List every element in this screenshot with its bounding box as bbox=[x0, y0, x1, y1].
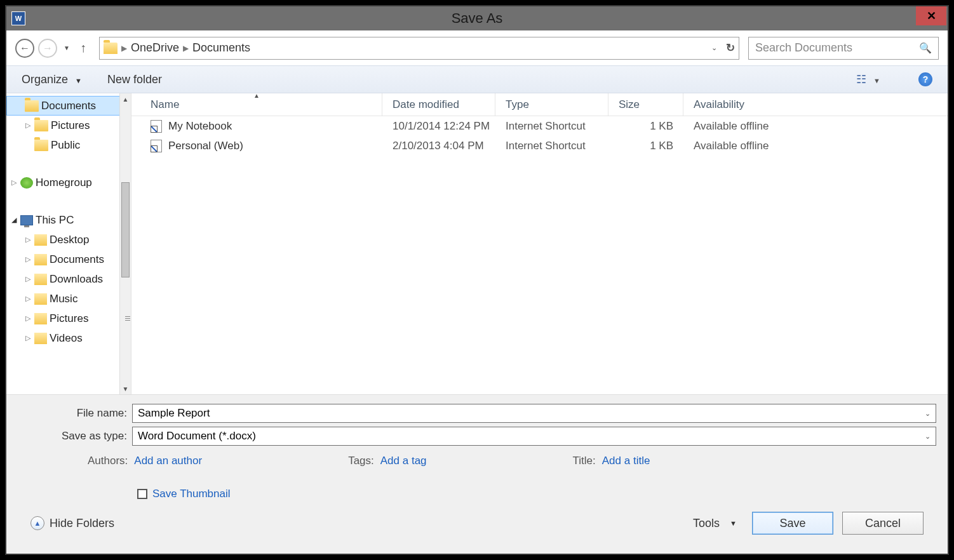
expand-icon[interactable]: ▷ bbox=[24, 255, 32, 263]
tree-item-music[interactable]: ▷ Music bbox=[6, 289, 131, 309]
filename-input[interactable]: Sample Report ⌄ bbox=[132, 404, 936, 423]
cancel-button[interactable]: Cancel bbox=[842, 512, 924, 535]
expand-icon[interactable]: ▷ bbox=[24, 295, 32, 303]
music-icon bbox=[34, 293, 47, 305]
search-input[interactable]: Search Documents 🔍 bbox=[748, 37, 939, 60]
file-list-pane: Name ▲ Date modified Type Size Availabil… bbox=[131, 93, 948, 394]
view-button[interactable]: ☷ ▼ bbox=[856, 72, 880, 86]
tree-label: Documents bbox=[41, 100, 96, 112]
file-availability: Available offline bbox=[683, 120, 948, 133]
column-header-name[interactable]: Name ▲ bbox=[131, 93, 382, 116]
hide-folders-button[interactable]: ▲ Hide Folders bbox=[30, 516, 114, 530]
pc-icon bbox=[20, 215, 33, 225]
tree-item-desktop[interactable]: ▷ Desktop bbox=[6, 230, 131, 250]
expand-icon[interactable]: ▷ bbox=[24, 314, 32, 323]
forward-button[interactable]: → bbox=[38, 39, 57, 58]
add-title-link[interactable]: Add a title bbox=[602, 455, 650, 467]
save-thumbnail-checkbox[interactable] bbox=[137, 489, 147, 499]
expand-icon[interactable]: ▷ bbox=[24, 275, 32, 283]
file-rows: My Notebook 10/1/2014 12:24 PM Internet … bbox=[131, 116, 948, 394]
expand-icon[interactable]: ▷ bbox=[10, 178, 18, 187]
titlebar: W Save As ✕ bbox=[6, 6, 948, 30]
expand-icon[interactable]: ▷ bbox=[24, 334, 32, 342]
chevron-down-icon[interactable]: ⌄ bbox=[925, 410, 930, 418]
tree-item-this-pc[interactable]: ◢ This PC bbox=[6, 210, 131, 230]
tree-label: Desktop bbox=[50, 234, 89, 246]
scroll-up-icon[interactable]: ▲ bbox=[120, 93, 131, 105]
documents-icon bbox=[34, 254, 47, 265]
help-button[interactable]: ? bbox=[918, 72, 932, 86]
breadcrumb-item[interactable]: OneDrive bbox=[131, 41, 179, 55]
tree-label: Videos bbox=[50, 332, 83, 345]
folder-icon bbox=[25, 100, 39, 112]
tree-item-homegroup[interactable]: ▷ Homegroup bbox=[6, 173, 131, 192]
chevron-right-icon: ▶ bbox=[121, 44, 127, 53]
tree-item-documents-pc[interactable]: ▷ Documents bbox=[6, 250, 131, 269]
column-header-size[interactable]: Size bbox=[608, 93, 683, 116]
tree-item-public[interactable]: Public bbox=[6, 135, 131, 155]
file-type: Internet Shortcut bbox=[495, 120, 608, 133]
tree-label: Documents bbox=[50, 253, 104, 266]
column-header-type[interactable]: Type bbox=[495, 93, 608, 116]
add-author-link[interactable]: Add an author bbox=[134, 455, 202, 467]
file-row[interactable]: My Notebook 10/1/2014 12:24 PM Internet … bbox=[131, 116, 948, 136]
history-dropdown[interactable]: ▼ bbox=[64, 44, 70, 51]
up-button[interactable]: ↑ bbox=[80, 41, 86, 55]
address-bar[interactable]: ▶ OneDrive ▶ Documents ⌄ ↻ bbox=[99, 37, 739, 60]
back-button[interactable]: ← bbox=[15, 39, 34, 58]
close-button[interactable]: ✕ bbox=[916, 6, 946, 25]
tree-label: Downloads bbox=[50, 273, 103, 286]
expand-icon[interactable]: ▷ bbox=[24, 236, 32, 244]
column-header-date[interactable]: Date modified bbox=[382, 93, 495, 116]
dialog-footer: ▲ Hide Folders Tools ▼ Save Cancel bbox=[18, 500, 936, 546]
tools-button[interactable]: Tools ▼ bbox=[687, 514, 743, 533]
scroll-down-icon[interactable]: ▼ bbox=[120, 383, 131, 394]
chevron-up-icon: ▲ bbox=[30, 516, 44, 530]
chevron-down-icon: ▼ bbox=[873, 77, 880, 84]
homegroup-icon bbox=[20, 177, 33, 189]
tree-label: Pictures bbox=[51, 119, 90, 132]
file-name: My Notebook bbox=[168, 120, 232, 133]
title-label: Title: bbox=[573, 455, 596, 467]
filename-label: File name: bbox=[18, 407, 132, 420]
add-tag-link[interactable]: Add a tag bbox=[380, 455, 427, 467]
tree-item-videos[interactable]: ▷ Videos bbox=[6, 328, 131, 348]
save-as-dialog: W Save As ✕ ← → ▼ ↑ ▶ OneDrive ▶ Documen… bbox=[5, 5, 949, 555]
savetype-label: Save as type: bbox=[18, 430, 132, 443]
tree-item-downloads[interactable]: ▷ Downloads bbox=[6, 269, 131, 289]
refresh-button[interactable]: ↻ bbox=[726, 41, 735, 55]
desktop-icon bbox=[34, 234, 47, 246]
expand-icon[interactable]: ▷ bbox=[24, 121, 32, 130]
file-size: 1 KB bbox=[608, 120, 683, 133]
organize-button[interactable]: Organize ▼ bbox=[22, 73, 82, 86]
tree-label: Homegroup bbox=[36, 177, 92, 189]
tree-label: Pictures bbox=[50, 312, 88, 325]
tree-item-documents[interactable]: Documents bbox=[6, 96, 131, 116]
file-size: 1 KB bbox=[608, 140, 683, 152]
file-row[interactable]: Personal (Web) 2/10/2013 4:04 PM Interne… bbox=[131, 136, 948, 156]
downloads-icon bbox=[34, 274, 47, 285]
tags-label: Tags: bbox=[348, 455, 374, 467]
folder-icon bbox=[34, 120, 48, 131]
breadcrumb-item[interactable]: Documents bbox=[192, 41, 250, 55]
scroll-thumb[interactable] bbox=[121, 182, 130, 277]
collapse-icon[interactable]: ◢ bbox=[10, 216, 18, 224]
save-button[interactable]: Save bbox=[752, 512, 833, 535]
navigation-tree: Documents ▷ Pictures Public ▷ Homegroup bbox=[6, 93, 131, 394]
address-dropdown-icon[interactable]: ⌄ bbox=[711, 44, 717, 52]
column-header-availability[interactable]: Availability bbox=[683, 93, 948, 116]
chevron-down-icon: ▼ bbox=[75, 77, 82, 84]
tree-label: Public bbox=[51, 139, 80, 152]
file-date: 10/1/2014 12:24 PM bbox=[382, 120, 495, 133]
file-name: Personal (Web) bbox=[168, 140, 243, 152]
file-list-header: Name ▲ Date modified Type Size Availabil… bbox=[131, 93, 948, 116]
navigation-bar: ← → ▼ ↑ ▶ OneDrive ▶ Documents ⌄ ↻ Searc… bbox=[6, 30, 948, 65]
body-area: Documents ▷ Pictures Public ▷ Homegroup bbox=[6, 93, 948, 394]
chevron-down-icon[interactable]: ⌄ bbox=[925, 432, 930, 441]
tree-scrollbar[interactable]: ▲ ▼ bbox=[119, 93, 131, 394]
tree-item-pictures-pc[interactable]: ▷ Pictures bbox=[6, 309, 131, 328]
savetype-select[interactable]: Word Document (*.docx) ⌄ bbox=[132, 427, 936, 446]
tree-item-pictures[interactable]: ▷ Pictures bbox=[6, 116, 131, 135]
file-date: 2/10/2013 4:04 PM bbox=[382, 140, 495, 152]
new-folder-button[interactable]: New folder bbox=[107, 73, 162, 86]
